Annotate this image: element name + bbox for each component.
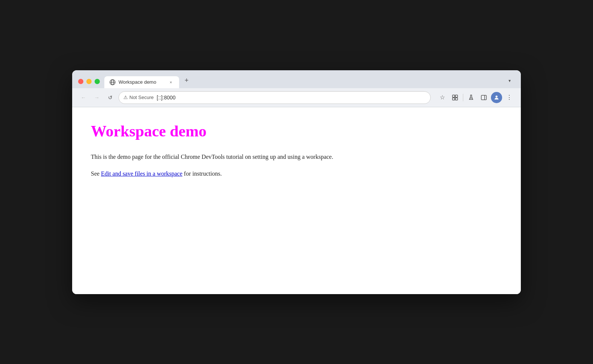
sidebar-button[interactable] <box>478 92 489 103</box>
svg-rect-8 <box>481 95 486 100</box>
globe-icon <box>110 79 116 85</box>
toolbar-divider <box>463 94 463 101</box>
tab-close-button[interactable]: × <box>168 79 174 85</box>
svg-rect-4 <box>455 95 458 97</box>
warning-icon: ⚠ <box>123 95 128 100</box>
url-text: [::]:8000 <box>157 95 426 101</box>
close-button[interactable] <box>78 79 83 84</box>
svg-point-10 <box>495 95 497 97</box>
see-also-prefix: See <box>91 170 101 177</box>
active-tab[interactable]: Workspace demo × <box>104 76 179 88</box>
lab-button[interactable] <box>466 92 477 103</box>
reload-button[interactable]: ↺ <box>105 92 116 103</box>
minimize-button[interactable] <box>86 79 92 84</box>
maximize-button[interactable] <box>95 79 100 84</box>
title-bar: Workspace demo × + ▾ <box>72 70 521 88</box>
workspace-link[interactable]: Edit and save files in a workspace <box>101 170 182 177</box>
tab-dropdown-button[interactable]: ▾ <box>504 75 515 86</box>
menu-button[interactable]: ⋮ <box>504 92 515 103</box>
see-also-suffix: for instructions. <box>182 170 222 177</box>
svg-rect-3 <box>452 95 455 97</box>
browser-window: Workspace demo × + ▾ ← → ↺ ⚠ Not Secure … <box>72 70 521 294</box>
svg-rect-6 <box>455 98 458 100</box>
tabs-area: Workspace demo × + <box>104 75 300 88</box>
page-see-also: See Edit and save files in a workspace f… <box>91 169 502 179</box>
not-secure-text: Not Secure <box>129 95 154 100</box>
address-bar[interactable]: ⚠ Not Secure [::]:8000 <box>119 91 431 104</box>
back-button[interactable]: ← <box>78 92 89 103</box>
toolbar: ← → ↺ ⚠ Not Secure [::]:8000 ☆ <box>72 88 521 107</box>
new-tab-button[interactable]: + <box>181 75 193 87</box>
page-content: Workspace demo This is the demo page for… <box>72 107 521 294</box>
not-secure-badge: ⚠ Not Secure <box>123 95 154 100</box>
traffic-lights <box>78 79 100 84</box>
profile-button[interactable] <box>491 92 502 103</box>
svg-rect-5 <box>452 98 455 100</box>
forward-button[interactable]: → <box>92 92 102 103</box>
page-description: This is the demo page for the official C… <box>91 152 502 162</box>
tab-title: Workspace demo <box>119 79 165 85</box>
page-heading: Workspace demo <box>91 122 502 140</box>
extensions-button[interactable] <box>449 92 461 103</box>
toolbar-icons: ☆ <box>437 92 515 103</box>
bookmark-button[interactable]: ☆ <box>437 92 448 103</box>
